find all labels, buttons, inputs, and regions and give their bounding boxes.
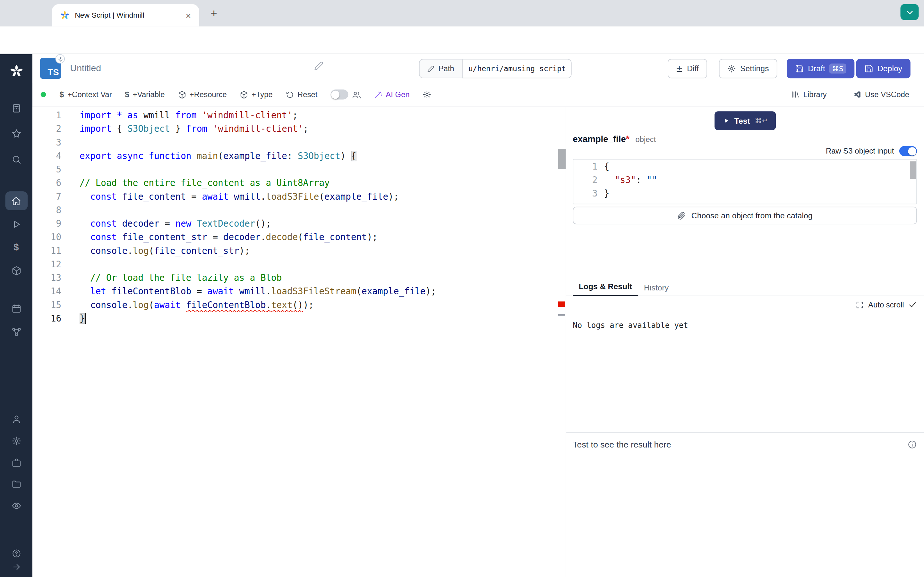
ai-gen-button[interactable]: AI Gen <box>368 87 415 103</box>
diff-icon: ± <box>676 64 683 73</box>
toggle-off[interactable] <box>330 89 348 99</box>
code-lines[interactable]: 1import * as wmill from 'windmill-client… <box>32 106 565 326</box>
choose-object-button[interactable]: Choose an object from the catalog <box>573 207 917 224</box>
draft-button[interactable]: Draft⌘S <box>787 59 855 79</box>
code-text[interactable]: import * as wmill from 'windmill-client'… <box>79 109 298 122</box>
browser-tab[interactable]: New Script | Windmill × <box>52 4 199 27</box>
settings-button[interactable]: Settings <box>719 59 777 79</box>
use-vscode-label: Use VSCode <box>865 90 909 99</box>
code-line[interactable]: 2import { S3Object } from 'windmill-clie… <box>32 122 565 136</box>
nodes-icon[interactable] <box>11 327 21 337</box>
code-text[interactable]: import { S3Object } from 'windmill-clien… <box>79 122 309 136</box>
star-icon[interactable] <box>11 129 21 139</box>
script-title[interactable]: Untitled <box>70 63 102 74</box>
code-line[interactable]: 4export async function main(example_file… <box>32 150 565 163</box>
dollar-icon[interactable]: $ <box>13 242 19 253</box>
code-text[interactable]: "s3": "" <box>604 174 657 187</box>
code-text[interactable]: console.log(await fileContentBlob.text()… <box>79 298 314 312</box>
test-shortcut: ⌘↵ <box>755 117 768 125</box>
help-icon[interactable] <box>11 549 21 558</box>
code-line[interactable]: 5 <box>32 163 565 177</box>
code-text[interactable]: // Or load the file lazily as a Blob <box>79 271 282 285</box>
test-button[interactable]: Test ⌘↵ <box>714 111 776 130</box>
code-editor[interactable]: 1import * as wmill from 'windmill-client… <box>32 106 565 577</box>
expand-icon[interactable] <box>856 301 864 309</box>
add-context-var-button[interactable]: $+Context Var <box>54 87 117 103</box>
json-scrollbar-thumb[interactable] <box>910 161 916 179</box>
code-text[interactable]: let fileContentBlob = await wmill.loadS3… <box>79 285 436 298</box>
briefcase-icon[interactable] <box>11 458 21 468</box>
code-text[interactable]: { <box>604 160 610 174</box>
code-line[interactable]: 16} <box>32 312 565 326</box>
path-edit-button[interactable]: Path <box>419 59 462 79</box>
capture-button[interactable] <box>901 4 919 20</box>
home-icon[interactable] <box>5 191 27 210</box>
editor-scrollbar-thumb[interactable] <box>558 149 565 169</box>
s3-json-input[interactable]: 1{2 "s3": ""3} <box>573 159 917 204</box>
edit-title-pencil-icon[interactable] <box>314 61 323 71</box>
code-text[interactable]: } <box>604 187 610 201</box>
code-text[interactable]: } <box>79 312 86 326</box>
code-line[interactable]: 14 let fileContentBlob = await wmill.loa… <box>32 285 565 298</box>
code-text[interactable]: console.log(file_content_str); <box>79 244 250 258</box>
new-tab-button[interactable]: + <box>206 6 222 21</box>
argument-name: example_file <box>573 134 626 143</box>
info-icon[interactable] <box>908 440 917 449</box>
user-icon[interactable] <box>11 414 21 424</box>
code-line[interactable]: 10 const file_content_str = decoder.deco… <box>32 231 565 244</box>
raw-s3-toggle[interactable] <box>899 146 917 156</box>
folder-icon[interactable] <box>11 479 21 489</box>
code-text[interactable]: const decoder = new TextDecoder(); <box>79 218 271 231</box>
collapse-arrow-icon[interactable] <box>12 562 21 572</box>
gear-icon[interactable] <box>11 436 21 446</box>
s3-json-lines[interactable]: 1{2 "s3": ""3} <box>573 160 916 201</box>
add-type-label: +Type <box>252 90 273 99</box>
code-line[interactable]: 1{ <box>573 160 916 174</box>
use-vscode-button[interactable]: Use VSCode <box>847 87 915 103</box>
search-icon[interactable] <box>11 155 21 164</box>
code-text[interactable]: const file_content = await wmill.loadS3F… <box>79 190 399 203</box>
code-text[interactable]: const file_content_str = decoder.decode(… <box>79 231 378 244</box>
code-line[interactable]: 6// Load the entire file_content as a Ui… <box>32 177 565 190</box>
add-resource-button[interactable]: +Resource <box>173 87 232 103</box>
play-icon[interactable] <box>11 219 21 229</box>
code-line[interactable]: 1import * as wmill from 'windmill-client… <box>32 109 565 122</box>
code-line[interactable]: 12 <box>32 258 565 271</box>
code-line[interactable]: 13 // Or load the file lazily as a Blob <box>32 271 565 285</box>
code-line[interactable]: 11 console.log(file_content_str); <box>32 244 565 258</box>
tab-logs-result[interactable]: Logs & Result <box>573 279 638 296</box>
editor-toolbar: $+Context Var $+Variable +Resource +Type… <box>32 83 924 106</box>
tab-close-icon[interactable]: × <box>184 10 194 20</box>
path-value-input[interactable]: u/henri/amusing_script <box>462 59 572 79</box>
line-number: 2 <box>573 174 604 187</box>
multiplayer-toggle[interactable] <box>325 86 367 103</box>
editor-settings-gear-icon[interactable] <box>417 87 437 103</box>
deploy-button[interactable]: Deploy <box>856 59 911 79</box>
code-text[interactable]: export async function main(example_file:… <box>79 150 357 163</box>
boxes-icon[interactable] <box>11 266 21 276</box>
reset-button[interactable]: Reset <box>280 87 323 103</box>
raw-s3-row: Raw S3 object input <box>826 146 917 156</box>
windmill-logo-icon[interactable] <box>9 64 23 78</box>
add-variable-button[interactable]: $+Variable <box>120 87 170 103</box>
line-number: 9 <box>32 218 79 231</box>
browser-navbar: app.windmill.dev/scripts/add#JTdCJTIyaGF… <box>0 27 924 54</box>
code-line[interactable]: 3} <box>573 187 916 201</box>
eye-icon[interactable] <box>11 501 21 511</box>
calculator-icon[interactable] <box>11 103 21 113</box>
calendar-icon[interactable] <box>11 303 21 314</box>
code-line[interactable]: 15 console.log(await fileContentBlob.tex… <box>32 298 565 312</box>
diff-button[interactable]: ±Diff <box>668 59 707 79</box>
auto-scroll-control[interactable]: Auto scroll <box>856 300 917 309</box>
library-button[interactable]: Library <box>786 87 832 103</box>
code-line[interactable]: 3 <box>32 136 565 149</box>
add-type-button[interactable]: +Type <box>234 87 278 103</box>
lang-gear-icon[interactable] <box>55 54 65 63</box>
line-number: 10 <box>32 231 79 244</box>
code-line[interactable]: 9 const decoder = new TextDecoder(); <box>32 218 565 231</box>
code-line[interactable]: 7 const file_content = await wmill.loadS… <box>32 190 565 203</box>
code-line[interactable]: 8 <box>32 204 565 218</box>
code-line[interactable]: 2 "s3": "" <box>573 174 916 187</box>
code-text[interactable]: // Load the entire file_content as a Uin… <box>79 177 330 190</box>
tab-history[interactable]: History <box>638 280 675 296</box>
